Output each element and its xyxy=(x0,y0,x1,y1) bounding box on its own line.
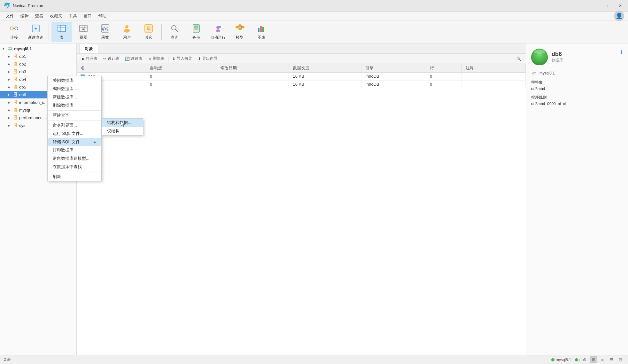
db6-label: db6 xyxy=(19,92,26,97)
ctx-new-query[interactable]: 新建查询 xyxy=(48,111,101,120)
tag-icon: 🏷 xyxy=(531,70,537,76)
btn-design-table[interactable]: ✏ 设计表 xyxy=(101,55,122,62)
table-row[interactable]: emp 0 16 KB InnoDB 0 xyxy=(77,80,526,88)
col-engine[interactable]: 引擎 xyxy=(361,64,426,73)
status-dot xyxy=(551,358,554,361)
menu-edit[interactable]: 编辑 xyxy=(17,12,32,20)
col-rows[interactable]: 行 xyxy=(426,64,461,73)
info-connection-value: mysql8.1 xyxy=(539,71,555,75)
col-size[interactable]: 数据长度 xyxy=(289,64,361,73)
context-menu: 关闭数据库 编辑数据库... 新建数据库... 删除数据库 新建查询 命令列界面… xyxy=(47,76,102,181)
status-list-view[interactable]: ≡ xyxy=(599,356,606,363)
menu-help[interactable]: 帮助 xyxy=(95,12,110,20)
svg-rect-38 xyxy=(258,28,260,32)
maximize-button[interactable]: □ xyxy=(604,1,614,10)
sub-struct-data[interactable]: 结构和数据... xyxy=(102,119,143,127)
chart-icon xyxy=(256,23,267,34)
ctx-reverse-model[interactable]: 逆向数据库到模型... xyxy=(48,154,101,163)
toolbar-function[interactable]: f(x) 函数 xyxy=(95,22,115,42)
btn-open-table[interactable]: ▶ 打开表 xyxy=(79,55,100,62)
svg-text:⚙: ⚙ xyxy=(146,26,151,31)
sidebar-item-db1[interactable]: ▶ 🗄 db1 xyxy=(0,52,76,60)
object-toolbar: ▶ 打开表 ✏ 设计表 🔄 新建表 ✕ 删除表 ⬇ 导入向导 ⬆ 导 xyxy=(77,54,526,64)
ctx-sep-3 xyxy=(48,172,101,172)
autorun-icon: ⚙ xyxy=(213,23,223,34)
sidebar-connection[interactable]: ▾ mysql8.1 xyxy=(0,45,76,52)
db1-label: db1 xyxy=(19,54,26,59)
svg-point-28 xyxy=(216,29,220,32)
toolbar-table[interactable]: 表 xyxy=(51,22,72,42)
col-auto[interactable]: 自动选... xyxy=(146,64,216,73)
db6-icon: 🗄 xyxy=(12,92,18,97)
col-date[interactable]: 修改日期 xyxy=(216,64,289,73)
btn-new-table[interactable]: 🔄 新建表 xyxy=(122,55,145,62)
toolbar-other[interactable]: ⚙ 其它 xyxy=(138,22,159,42)
svg-rect-26 xyxy=(194,29,198,30)
sidebar-item-db3[interactable]: ▶ 🗄 db3 xyxy=(0,68,76,75)
view-icon xyxy=(78,23,89,34)
menu-file[interactable]: 文件 xyxy=(3,12,17,20)
svg-rect-31 xyxy=(236,26,238,28)
svg-point-13 xyxy=(82,28,84,30)
user-avatar[interactable]: 👤 xyxy=(614,11,624,21)
toolbar-backup[interactable]: 备份 xyxy=(186,22,206,42)
ctx-find-in-db[interactable]: 在数据库中查找 xyxy=(48,163,101,171)
info-button[interactable]: ℹ xyxy=(621,49,623,56)
status-compact-view[interactable]: ⊟ xyxy=(616,356,624,363)
open-icon: ▶ xyxy=(82,57,85,61)
status-detail-view[interactable]: ☰ xyxy=(608,356,615,363)
db6-arrow: ▾ xyxy=(8,93,12,97)
delete-icon: ✕ xyxy=(148,57,151,61)
close-button[interactable]: ✕ xyxy=(615,1,625,10)
sidebar-item-db2[interactable]: ▶ 🗄 db2 xyxy=(0,60,76,68)
menu-view[interactable]: 查看 xyxy=(32,12,47,20)
btn-export[interactable]: ⬆ 导出向导 xyxy=(195,55,220,62)
menu-favorites[interactable]: 收藏夹 xyxy=(47,12,66,20)
sub-struct-only[interactable]: 仅结构... xyxy=(102,127,143,135)
toolbar-model[interactable]: 模型 xyxy=(229,22,250,42)
new-query-icon: + xyxy=(31,23,41,34)
info-label: information_s... xyxy=(19,100,48,105)
toolbar-new-query[interactable]: + 新建查询 xyxy=(26,22,46,42)
toolbar-user[interactable]: 用户 xyxy=(117,22,137,42)
backup-icon xyxy=(191,23,201,34)
menu-tools[interactable]: 工具 xyxy=(66,12,80,20)
svg-point-16 xyxy=(125,25,128,28)
toolbar-connect-label: 连接 xyxy=(10,35,18,40)
search-icon[interactable]: 🔍 xyxy=(515,56,523,62)
ctx-run-sql[interactable]: 运行 SQL 文件... xyxy=(48,129,101,138)
ctx-print-db[interactable]: 打印数据库 xyxy=(48,146,101,154)
col-comment[interactable]: 注释 xyxy=(462,64,526,73)
status-count: 2 表 xyxy=(4,357,11,362)
ctx-new-db[interactable]: 新建数据库... xyxy=(48,93,101,101)
ctx-edit-db[interactable]: 编辑数据库... xyxy=(48,85,101,93)
col-name[interactable]: 名 xyxy=(77,64,146,73)
btn-import-label: 导入向导 xyxy=(177,56,192,61)
toolbar-connect[interactable]: 连接 xyxy=(4,22,24,42)
ctx-dump-sql[interactable]: 转储 SQL 文件 ▶ xyxy=(48,138,101,146)
btn-open-label: 打开表 xyxy=(86,56,97,61)
ctx-close-db[interactable]: 关闭数据库 xyxy=(48,76,101,85)
other-icon: ⚙ xyxy=(143,23,154,34)
toolbar-chart[interactable]: 图表 xyxy=(251,22,272,42)
content-tabs: 对象 xyxy=(77,43,526,54)
menu-window[interactable]: 窗口 xyxy=(80,12,95,20)
right-panel: ℹ db6 数据库 🏷 mysql8.1 字符集 utf8mb4 排序规则 ut… xyxy=(526,43,628,355)
btn-import[interactable]: ⬇ 导入向导 xyxy=(170,55,195,62)
minimize-button[interactable]: — xyxy=(592,1,602,10)
toolbar-query[interactable]: 查询 xyxy=(164,22,185,42)
db3-label: db3 xyxy=(19,69,26,74)
ctx-delete-db[interactable]: 删除数据库 xyxy=(48,101,101,110)
window-controls: — □ ✕ xyxy=(592,1,625,10)
title-bar: 🐬 Navicat Premium — □ ✕ xyxy=(0,0,628,12)
ctx-refresh[interactable]: 刷新 xyxy=(48,173,101,181)
tab-objects[interactable]: 对象 xyxy=(79,44,98,53)
status-grid-view[interactable]: ⊞ xyxy=(590,356,597,363)
btn-delete-table[interactable]: ✕ 删除表 xyxy=(146,55,167,62)
svg-point-42 xyxy=(8,48,10,50)
toolbar-view[interactable]: 视图 xyxy=(73,22,94,42)
ctx-cmd-interface[interactable]: 命令列界面... xyxy=(48,121,101,129)
row-dep-size: 16 KB xyxy=(289,73,361,81)
table-row[interactable]: dep 0 16 KB InnoDB 0 xyxy=(77,73,526,81)
toolbar-autorun[interactable]: ⚙ 自动运行 xyxy=(208,22,228,42)
